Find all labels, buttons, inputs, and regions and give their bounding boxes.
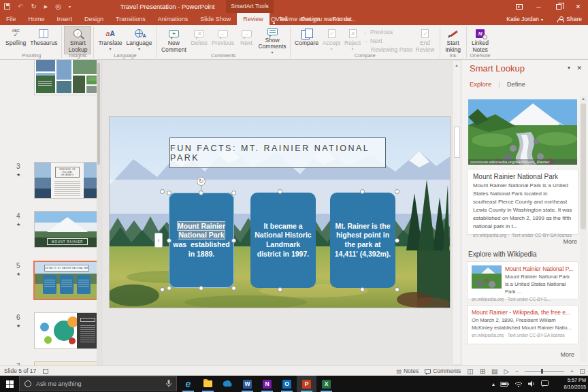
scrollbar-thumb[interactable] [454, 127, 460, 158]
restore-icon[interactable] [549, 0, 568, 13]
normal-view-button[interactable]: ◫ [467, 368, 473, 375]
taskbar-word[interactable]: W [238, 376, 257, 392]
taskbar-clock[interactable]: 5:57 PM 8/10/2015 [564, 377, 586, 391]
save-icon[interactable] [4, 3, 10, 10]
fact-box-2[interactable]: It became a National Historic Landmark d… [250, 193, 316, 288]
zoom-slider-knob[interactable] [541, 369, 543, 374]
editor-vertical-scrollbar[interactable]: ▴ [452, 61, 461, 364]
frame-handle[interactable] [160, 287, 165, 292]
pane-options-caret-icon[interactable]: ▾ [568, 65, 570, 71]
frame-handle[interactable] [360, 189, 365, 194]
previous-comment-button[interactable]: ← Previous [210, 26, 236, 54]
account-menu[interactable]: Katie Jordan ▾ [506, 13, 543, 25]
undo-icon[interactable]: ↶ [18, 3, 23, 10]
fact-box-1[interactable]: Mount Rainier National Park was establis… [169, 193, 234, 288]
frame-handle[interactable] [395, 238, 399, 243]
taskbar-onedrive[interactable] [218, 376, 238, 392]
action-center-icon[interactable] [541, 380, 549, 387]
scrollbar-thumb[interactable] [581, 103, 586, 229]
selection-handle[interactable] [231, 238, 236, 243]
more-link[interactable]: More [563, 238, 577, 245]
slide-sorter-view-button[interactable]: ⊞ [480, 368, 485, 375]
tab-explore[interactable]: Explore [470, 80, 491, 88]
selection-handle[interactable] [167, 238, 172, 243]
start-button[interactable] [0, 376, 19, 392]
selection-handle[interactable] [167, 286, 172, 291]
language-button[interactable]: A Language ▾ [125, 26, 154, 54]
taskbar-onenote[interactable]: N [257, 376, 277, 392]
next-change-button[interactable]: → Next [363, 37, 412, 45]
selection-handle[interactable] [199, 191, 203, 195]
tab-review[interactable]: Review [237, 13, 270, 25]
battery-icon[interactable] [500, 381, 509, 387]
spelling-button[interactable]: ABC✓ Spelling [3, 26, 28, 54]
speaker-icon[interactable] [528, 380, 536, 387]
tell-me-box[interactable]: Tell me what you want to do... [271, 13, 355, 25]
scroll-up-icon[interactable]: ▴ [580, 95, 587, 102]
frame-handle[interactable] [360, 287, 365, 292]
tab-animations[interactable]: Animations [152, 13, 195, 25]
frame-handle[interactable] [278, 287, 282, 292]
more-link[interactable]: More [560, 351, 574, 358]
zoom-in-button[interactable]: + [570, 368, 574, 374]
wikipedia-result-2[interactable]: Mount Rainier - Wikipedia, the free e...… [467, 305, 578, 344]
taskbar-outlook[interactable]: O [277, 376, 297, 392]
ribbon-display-options-icon[interactable] [509, 0, 529, 13]
frame-handle[interactable] [395, 287, 399, 292]
reject-button[interactable]: ✕ Reject ▾ [342, 26, 363, 54]
wikipedia-result-1[interactable]: Mount Rainier National P... Mount Rainie… [467, 261, 578, 299]
pane-scrollbar[interactable]: ▴ [580, 95, 587, 362]
notes-toggle-button[interactable]: ▤Notes [396, 368, 419, 374]
thumbnail-scrollbar[interactable] [97, 60, 101, 365]
delete-comment-button[interactable]: ✕ Delete [189, 26, 210, 54]
notes-page-icon[interactable] [43, 369, 48, 374]
comments-toggle-button[interactable]: Comments [425, 368, 461, 374]
thumbnail-slide-5-selected[interactable]: FUN FACTS: MT. RAINIER NATIONAL PARK [33, 261, 100, 300]
lookup-result-card[interactable]: Mount Rainier National Park Mount Rainie… [467, 169, 578, 235]
selection-handle[interactable] [231, 286, 236, 291]
compare-button[interactable]: Compare [293, 26, 321, 54]
frame-handle[interactable] [395, 189, 399, 194]
new-comment-button[interactable]: + New Comment [159, 26, 189, 54]
rotate-handle-icon[interactable]: ↻ [197, 177, 206, 186]
highlighted-text[interactable]: Mount Rainier National Park [178, 222, 225, 240]
smart-lookup-button[interactable]: i Smart Lookup [64, 26, 91, 54]
fact-box-3[interactable]: Mt. Rainer is the highest point in the p… [330, 193, 395, 288]
end-review-button[interactable]: ✓ End Review [413, 26, 438, 54]
show-comments-button[interactable]: Show Comments ▾ [257, 26, 288, 54]
tab-transitions[interactable]: Transitions [110, 13, 152, 25]
fit-slide-button[interactable]: ⊡ [580, 368, 585, 375]
tab-home[interactable]: Home [22, 13, 51, 25]
taskbar-edge[interactable]: e [178, 376, 198, 392]
thumbnail-slide-6[interactable] [34, 312, 99, 349]
tray-expand-icon[interactable]: ▴ [492, 381, 495, 387]
start-inking-button[interactable]: Start Inking [442, 26, 464, 54]
tab-insert[interactable]: Insert [51, 13, 79, 25]
redo-icon[interactable]: ↻ [31, 3, 36, 10]
tab-slide-show[interactable]: Slide Show [194, 13, 237, 25]
taskbar-file-explorer[interactable] [198, 376, 218, 392]
pane-close-icon[interactable]: ✕ [576, 65, 582, 71]
accept-button[interactable]: ✓ Accept ▾ [321, 26, 342, 54]
next-comment-button[interactable]: → Next [236, 26, 257, 54]
thesaurus-button[interactable]: Thesaurus [28, 26, 59, 54]
result-photo[interactable]: commons.wikimedia.org/wiki/Mount_Rainier [468, 99, 577, 165]
zoom-slider[interactable] [525, 371, 564, 372]
minimize-icon[interactable]: ─ [529, 0, 549, 13]
tab-design[interactable]: Design [78, 13, 110, 25]
zoom-out-button[interactable]: − [515, 368, 519, 374]
slide-title-box[interactable]: FUN FACTS: MT. RAINIER NATIONAL PARK [169, 137, 386, 168]
thumbnail-slide-4[interactable]: MOUNT RAINIER [34, 211, 99, 248]
reading-view-button[interactable]: ▤ [491, 368, 497, 375]
scroll-up-icon[interactable]: ▴ [453, 61, 461, 69]
frame-handle[interactable] [160, 189, 165, 194]
previous-change-button[interactable]: ← Previous [363, 28, 412, 36]
wifi-icon[interactable] [514, 381, 523, 387]
linked-notes-button[interactable]: N Linked Notes [469, 26, 492, 54]
tab-file[interactable]: File [0, 13, 22, 25]
selection-handle[interactable] [231, 191, 236, 195]
taskbar-excel[interactable]: X [316, 376, 336, 392]
close-icon[interactable]: ✕ [568, 0, 588, 13]
customize-qat-icon[interactable]: ▾ [69, 4, 71, 9]
frame-handle[interactable] [278, 189, 282, 194]
